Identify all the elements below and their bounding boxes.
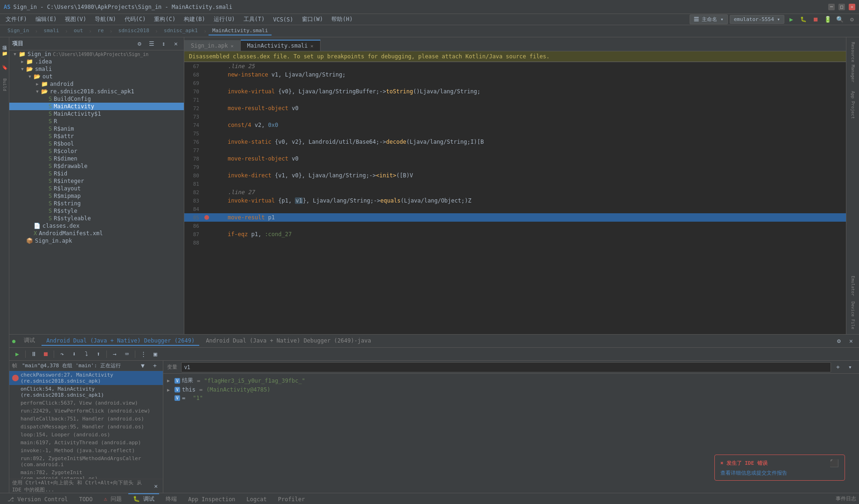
debug-step-over-button[interactable]: ↷ bbox=[57, 350, 67, 359]
debug-pause-button[interactable]: ⏸ bbox=[28, 350, 39, 359]
var-item-result[interactable]: ▶ V 结果 = "flagHer3_i5_y0ur_f1ag_39fbc_" bbox=[163, 376, 859, 385]
menu-build[interactable]: 构建(B) bbox=[180, 14, 209, 24]
settings-button[interactable]: ⚙ bbox=[847, 15, 857, 24]
tree-rdimen[interactable]: S R$dimen bbox=[9, 155, 184, 162]
bottom-tab-logcat[interactable]: Logcat bbox=[242, 494, 271, 504]
debug-settings-icon[interactable]: ⚙ bbox=[834, 336, 844, 346]
stop-run-button[interactable]: ⏹ bbox=[810, 15, 821, 24]
minimize-button[interactable]: ─ bbox=[828, 4, 835, 10]
breadcrumb-sdnisc2018[interactable]: sdnisc2018 bbox=[115, 27, 153, 35]
search-everywhere-button[interactable]: 🔍 bbox=[835, 15, 845, 24]
bottom-tab-profiler[interactable]: Profiler bbox=[273, 494, 310, 504]
tree-smali[interactable]: ▼ 📂 smali bbox=[9, 65, 184, 73]
tab-mainactivity-close[interactable]: ✕ bbox=[311, 43, 314, 49]
tree-android[interactable]: ▶ 📁 android bbox=[9, 80, 184, 88]
bottom-tab-app-inspection[interactable]: App Inspection bbox=[183, 494, 240, 504]
tree-androidmanifest[interactable]: X AndroidManifest.xml bbox=[9, 230, 184, 237]
tree-rstring[interactable]: S R$string bbox=[9, 200, 184, 207]
tree-r[interactable]: S R bbox=[9, 118, 184, 125]
breadcrumb-smali[interactable]: smali bbox=[40, 27, 63, 35]
debug-step-into-button[interactable]: ⬇ bbox=[69, 350, 79, 359]
frame-item-main6197[interactable]: main:6197, ActivityThread (android.app) bbox=[9, 439, 163, 447]
tree-rid[interactable]: S R$id bbox=[9, 170, 184, 177]
debug-tab-label[interactable]: 调试 bbox=[19, 336, 40, 346]
resource-manager-vtab[interactable]: Resource Manager bbox=[850, 39, 856, 85]
menu-navigate[interactable]: 导航(N) bbox=[91, 14, 120, 24]
menu-view[interactable]: 视图(V) bbox=[61, 14, 90, 24]
tab-mainactivity-smali[interactable]: MainActivity.smali ✕ bbox=[241, 40, 321, 51]
frame-item-invoke[interactable]: invoke:-1, Method (java.lang.reflect) bbox=[9, 447, 163, 455]
code-container[interactable]: 67 .line 25 68 new-instance v1, Ljava/la… bbox=[184, 62, 846, 334]
sidebar-gear-icon[interactable]: ⚙ bbox=[134, 39, 145, 49]
var-item-this[interactable]: ▶ V this = (MainActivity@4785) bbox=[163, 385, 859, 394]
ide-error-link[interactable]: 查看详细信息或提交文件报告 bbox=[720, 469, 839, 476]
tree-rmipmap[interactable]: S R$mipmap bbox=[9, 192, 184, 200]
debug-force-step-into-button[interactable]: ⤵ bbox=[81, 350, 91, 359]
tree-re-sdnisc[interactable]: ▼ 📂 re.sdnisc2018.sdnisc_apk1 bbox=[9, 88, 184, 95]
debug-stop-button[interactable]: ⏹ bbox=[41, 350, 51, 359]
close-button[interactable]: ✕ bbox=[849, 4, 855, 10]
tree-rdrawable[interactable]: S R$drawable bbox=[9, 162, 184, 170]
tree-ranim[interactable]: S R$anim bbox=[9, 125, 184, 133]
breadcrumb-out[interactable]: out bbox=[70, 27, 87, 35]
run-button[interactable]: ▶ bbox=[786, 15, 796, 24]
sidebar-expand-icon[interactable]: ↕ bbox=[159, 39, 169, 49]
debug-layout-button[interactable]: ▣ bbox=[150, 350, 161, 359]
debug-step-out-button[interactable]: ⬆ bbox=[93, 350, 104, 359]
breadcrumb-re[interactable]: re bbox=[94, 27, 107, 35]
project-name-dropdown[interactable]: ☰ 主命名 ▾ bbox=[690, 14, 728, 24]
debug-run-to-cursor-button[interactable]: → bbox=[110, 350, 120, 359]
project-manager-tab[interactable]: 项目 bbox=[0, 40, 9, 44]
menu-help[interactable]: 帮助(H) bbox=[328, 14, 356, 24]
device-file-vtab[interactable]: Device File bbox=[850, 299, 856, 332]
frame-item-handlecallback[interactable]: handleCallback:751, Handler (android.os) bbox=[9, 415, 163, 423]
tree-rstyle[interactable]: S R$style bbox=[9, 207, 184, 215]
variables-add-button[interactable]: + bbox=[833, 363, 843, 372]
frames-add-icon[interactable]: + bbox=[150, 361, 160, 371]
bottom-tab-todo[interactable]: TODO bbox=[75, 494, 98, 504]
variables-dropdown-button[interactable]: ▾ bbox=[845, 363, 855, 372]
debug-more-button[interactable]: ⋮ bbox=[138, 350, 148, 359]
profile-button[interactable]: 🔋 bbox=[823, 15, 833, 24]
breadcrumb-mainactivity[interactable]: MainActivity.smali bbox=[209, 27, 272, 35]
variables-input[interactable] bbox=[181, 362, 831, 372]
frame-item-onclick[interactable]: onClick:54, MainActivity (re.sdnisc2018.… bbox=[9, 385, 163, 399]
maximize-button[interactable]: □ bbox=[838, 4, 845, 10]
breadcrumb-sdnisc-apk1[interactable]: sdnisc_apk1 bbox=[160, 27, 202, 35]
emulator-dropdown[interactable]: emulator-5554 ▾ bbox=[730, 15, 784, 24]
tree-rbool[interactable]: S R$bool bbox=[9, 140, 184, 147]
app-project-vtab[interactable]: App Project bbox=[850, 88, 856, 122]
menu-refactor[interactable]: 重构(C) bbox=[150, 14, 179, 24]
frame-item-dispatchmessage[interactable]: dispatchMessage:95, Handler (android.os) bbox=[9, 423, 163, 431]
var-expand-result[interactable]: ▶ bbox=[167, 378, 173, 383]
frame-item-run22429[interactable]: run:22429, ViewPerformClick (android.vie… bbox=[9, 407, 163, 415]
bottom-tab-problems[interactable]: ⚠ 问题 bbox=[99, 493, 126, 504]
bookmarks-tab[interactable]: 🔖 bbox=[1, 63, 8, 72]
sidebar-layout-icon[interactable]: ☰ bbox=[147, 39, 157, 49]
debug-tab-java[interactable]: Android Dual (Java + Native) Debugger (2… bbox=[201, 336, 376, 346]
resource-manager-tab[interactable]: 📁 bbox=[1, 49, 8, 58]
menu-vcs[interactable]: VCS(S) bbox=[269, 15, 297, 24]
bottom-tab-terminal[interactable]: 终端 bbox=[161, 493, 182, 504]
sidebar-close-icon[interactable]: ✕ bbox=[171, 39, 181, 49]
frame-item-main782[interactable]: main:782, ZygoteInit (com.android.intern… bbox=[9, 469, 163, 479]
tree-buildconfig[interactable]: S BuildConfig bbox=[9, 95, 184, 103]
ide-error-link-text[interactable]: 查看详细信息或提交文件报告 bbox=[720, 470, 787, 476]
frame-item-checkpassword[interactable]: checkPassword:27, MainActivity (re.sdnis… bbox=[9, 371, 163, 385]
debug-run-button[interactable]: 🐛 bbox=[798, 15, 809, 24]
tree-idea[interactable]: ▶ 📁 .idea bbox=[9, 58, 184, 65]
frames-filter-icon[interactable]: ▼ bbox=[138, 361, 148, 371]
var-expand-this[interactable]: ▶ bbox=[167, 387, 173, 392]
tree-mainactivity1[interactable]: S MainActivity$1 bbox=[9, 110, 184, 118]
tree-rattr[interactable]: S R$attr bbox=[9, 133, 184, 140]
tree-rcolor[interactable]: S R$color bbox=[9, 147, 184, 155]
debug-resume-button[interactable]: ▶ bbox=[12, 350, 22, 359]
tree-root[interactable]: ▼ 📁 Sign_in C:\Users\14980\ApkProjects\S… bbox=[9, 50, 184, 58]
tree-sign-in-apk[interactable]: 📦 Sign_in.apk bbox=[9, 237, 184, 245]
menu-edit[interactable]: 编辑(E) bbox=[32, 14, 61, 24]
emulator-vtab[interactable]: Emulator bbox=[850, 273, 856, 299]
bp-85[interactable] bbox=[203, 215, 210, 220]
debug-evaluate-button[interactable]: ⌨ bbox=[122, 350, 132, 359]
menu-run[interactable]: 运行(U) bbox=[210, 14, 239, 24]
frame-item-run892[interactable]: run:892, ZygoteInit$MethodAndArgsCaller … bbox=[9, 455, 163, 469]
